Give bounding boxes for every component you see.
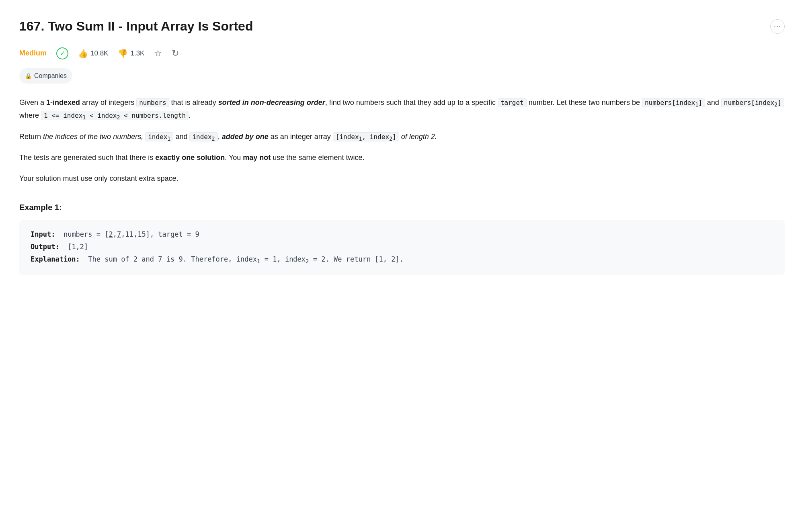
bold-italic-sorted: sorted in non-decreasing order <box>218 98 325 106</box>
downvote-count: 1.3K <box>130 48 144 59</box>
bold-italic-added: added by one <box>222 133 269 141</box>
bold-may-not: may not <box>243 153 271 162</box>
problem-number: 167 <box>19 19 41 33</box>
code-target: target <box>498 98 527 107</box>
output-label: Output: <box>31 243 59 251</box>
companies-tag[interactable]: 🔒 Companies <box>19 68 72 84</box>
more-options-button[interactable]: ··· <box>770 19 785 34</box>
description-para1: Given a 1-indexed array of integers numb… <box>19 96 785 123</box>
code-numbers-index1: numbers[index1] <box>642 98 705 107</box>
companies-label: Companies <box>34 71 67 81</box>
code-constraint: 1 <= index1 < index2 < numbers.length <box>41 111 189 120</box>
example1-input-row: Input: numbers = [2,7,11,15], target = 9 <box>31 228 773 241</box>
upvote-button[interactable]: 👍 10.8K <box>78 47 108 60</box>
lock-icon: 🔒 <box>25 72 32 80</box>
example1-section: Example 1: Input: numbers = [2,7,11,15],… <box>19 201 785 274</box>
output-value: [1,2] <box>68 243 88 251</box>
tags-row: 🔒 Companies <box>19 68 785 84</box>
difficulty-badge: Medium <box>19 47 47 59</box>
header-row: 167. Two Sum II - Input Array Is Sorted … <box>19 16 785 37</box>
input-label: Input: <box>31 230 55 238</box>
code-index2: index2 <box>189 132 217 141</box>
example1-code-block: Input: numbers = [2,7,11,15], target = 9… <box>19 220 785 274</box>
bold-1-indexed: 1-indexed <box>46 98 80 106</box>
thumbs-up-icon: 👍 <box>78 47 88 60</box>
problem-title: 167. Two Sum II - Input Array Is Sorted <box>19 16 253 37</box>
share-icon[interactable]: ↻ <box>172 46 179 60</box>
problem-title-text: Two Sum II - Input Array Is Sorted <box>48 19 253 33</box>
downvote-button[interactable]: 👎 1.3K <box>118 47 144 60</box>
description-para2: Return the indices of the two numbers, i… <box>19 131 785 144</box>
explanation-text: The sum of 2 and 7 is 9. Therefore, inde… <box>88 255 404 263</box>
description-para3: The tests are generated such that there … <box>19 151 785 164</box>
meta-row: Medium ✓ 👍 10.8K 👎 1.3K ☆ ↻ <box>19 46 785 60</box>
star-icon[interactable]: ☆ <box>154 46 162 60</box>
bold-exactly-one: exactly one solution <box>155 153 225 162</box>
example1-output-row: Output: [1,2] <box>31 241 773 253</box>
code-numbers-index2: numbers[index2] <box>721 98 784 107</box>
example1-explanation-row: Explanation: The sum of 2 and 7 is 9. Th… <box>31 253 773 267</box>
upvote-count: 10.8K <box>90 48 108 59</box>
explanation-label: Explanation: <box>31 255 80 263</box>
problem-description: Given a 1-indexed array of integers numb… <box>19 96 785 185</box>
code-numbers: numbers <box>136 98 169 107</box>
code-result-array: [index1, index2] <box>333 132 399 141</box>
input-value: numbers = [2,7,11,15], target = 9 <box>64 230 199 238</box>
solved-check-icon: ✓ <box>56 47 68 59</box>
description-para4: Your solution must use only constant ext… <box>19 172 785 185</box>
thumbs-down-icon: 👎 <box>118 47 128 60</box>
italic-of-length: of length 2. <box>401 133 437 141</box>
example1-title: Example 1: <box>19 201 785 214</box>
italic-indices: the indices of the two numbers, <box>43 133 143 141</box>
code-index1: index1 <box>145 132 173 141</box>
